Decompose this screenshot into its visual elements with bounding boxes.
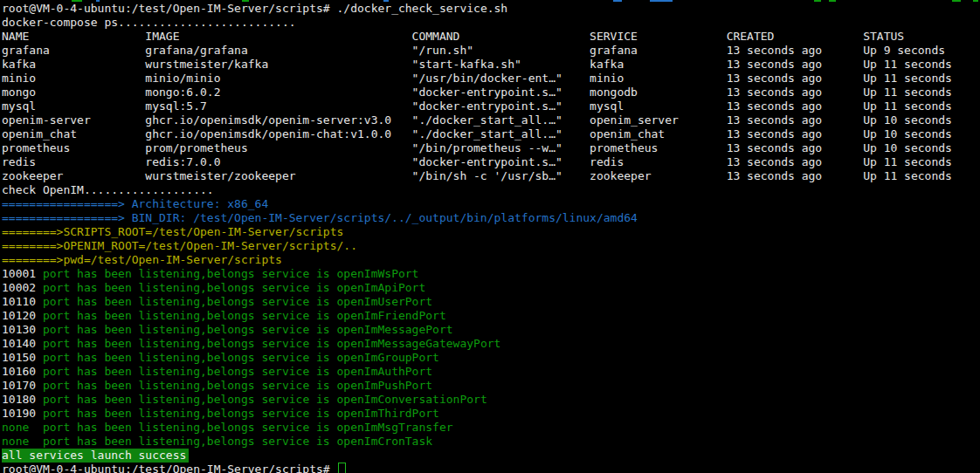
port-status-text: port has been listening,belongs service … xyxy=(43,267,418,280)
port-line: 10170 port has been listening,belongs se… xyxy=(2,379,980,393)
port-line: 10190 port has been listening,belongs se… xyxy=(2,407,980,421)
table-row: mongo mongo:6.0.2 "docker-entrypoint.s…"… xyxy=(2,86,980,99)
clipped-text-fragment xyxy=(952,0,961,2)
container-port-lines: 10001 port has been listening,belongs se… xyxy=(2,267,980,449)
terminal-cursor xyxy=(338,463,346,473)
port-status-text: port has been listening,belongs service … xyxy=(43,435,432,448)
clipped-previous-line xyxy=(2,0,980,2)
clipped-text-fragment xyxy=(973,0,978,2)
typed-command: ./docker_check_service.sh xyxy=(337,2,508,15)
port-line: 10180 port has been listening,belongs se… xyxy=(2,393,980,407)
port-status-text: port has been listening,belongs service … xyxy=(43,379,432,392)
port-number: 10140 xyxy=(2,337,43,350)
info-line: ========>SCRIPTS_ROOT=/test/Open-IM-Serv… xyxy=(2,225,980,239)
port-line: 10002 port has been listening,belongs se… xyxy=(2,281,980,295)
clipped-text-fragment xyxy=(829,0,836,2)
port-status-text: port has been listening,belongs service … xyxy=(43,295,432,308)
success-banner: all services launch success xyxy=(2,449,189,463)
table-row: openim_chat ghcr.io/openimsdk/openim-cha… xyxy=(2,127,980,141)
terminal-screen[interactable]: root@VM-0-4-ubuntu:/test/Open-IM-Server/… xyxy=(0,0,980,473)
port-line: 10140 port has been listening,belongs se… xyxy=(2,337,980,351)
clipped-text-fragment xyxy=(242,0,249,2)
compose-progress-line: docker-compose ps.......................… xyxy=(2,16,980,30)
port-status-text: port has been listening,belongs service … xyxy=(43,337,500,350)
clipped-text-fragment xyxy=(96,0,100,2)
port-number: 10190 xyxy=(2,407,43,420)
port-line: none port has been listening,belongs ser… xyxy=(2,421,980,435)
port-status-text: port has been listening,belongs service … xyxy=(43,421,453,434)
check-openim-line: check OpenIM................... xyxy=(2,183,980,197)
port-line: 10001 port has been listening,belongs se… xyxy=(2,267,980,281)
info-line: ========>OPENIM_ROOT=/test/Open-IM-Serve… xyxy=(2,239,980,253)
table-row: redis redis:7.0.0 "docker-entrypoint.s…"… xyxy=(2,155,980,169)
port-number: 10170 xyxy=(2,379,43,392)
port-number: 10120 xyxy=(2,309,43,322)
port-status-text: port has been listening,belongs service … xyxy=(43,351,439,364)
port-status-text: port has been listening,belongs service … xyxy=(43,407,439,420)
table-row: zookeeper wurstmeister/zookeeper "/bin/s… xyxy=(2,169,980,183)
port-line: 10160 port has been listening,belongs se… xyxy=(2,365,980,379)
clipped-text-fragment xyxy=(72,0,82,2)
port-line: 10120 port has been listening,belongs se… xyxy=(2,309,980,323)
port-line: none port has been listening,belongs ser… xyxy=(2,435,980,449)
table-row: openim-server ghcr.io/openimsdk/openim-s… xyxy=(2,113,980,127)
port-number: 10130 xyxy=(2,323,43,336)
port-status-text: port has been listening,belongs service … xyxy=(43,393,487,406)
final-prompt-line: root@VM-0-4-ubuntu:/test/Open-IM-Server/… xyxy=(2,463,980,473)
port-number: none xyxy=(2,421,43,434)
port-line: 10110 port has been listening,belongs se… xyxy=(2,295,980,309)
container-info-lines: =================> Architecture: x86_64=… xyxy=(2,197,980,267)
port-status-text: port has been listening,belongs service … xyxy=(43,365,432,378)
info-line: =================> BIN_DIR: /test/Open-I… xyxy=(2,211,980,225)
shell-prompt: root@VM-0-4-ubuntu:/test/Open-IM-Server/… xyxy=(2,463,337,473)
clipped-text-fragment xyxy=(383,0,389,2)
port-number: 10160 xyxy=(2,365,43,378)
clipped-text-fragment xyxy=(650,0,673,2)
container-table-rows: grafana grafana/grafana "/run.sh" grafan… xyxy=(2,44,980,183)
port-status-text: port has been listening,belongs service … xyxy=(43,309,446,322)
table-row: kafka wurstmeister/kafka "start-kafka.sh… xyxy=(2,58,980,72)
table-row: prometheus prom/prometheus "/bin/prometh… xyxy=(2,141,980,155)
port-number: 10001 xyxy=(2,267,43,280)
port-number: 10110 xyxy=(2,295,43,308)
success-line: all services launch success xyxy=(2,449,980,463)
clipped-text-fragment xyxy=(613,0,622,2)
port-line: 10130 port has been listening,belongs se… xyxy=(2,323,980,337)
table-row: mysql mysql:5.7 "docker-entrypoint.s…" m… xyxy=(2,99,980,113)
info-line: =================> Architecture: x86_64 xyxy=(2,197,980,211)
port-status-text: port has been listening,belongs service … xyxy=(43,323,453,336)
port-number: 10002 xyxy=(2,281,43,294)
port-status-text: port has been listening,belongs service … xyxy=(43,281,425,294)
port-number: 10180 xyxy=(2,393,43,406)
port-line: 10150 port has been listening,belongs se… xyxy=(2,351,980,365)
table-row: grafana grafana/grafana "/run.sh" grafan… xyxy=(2,44,980,58)
clipped-text-fragment xyxy=(814,0,821,2)
table-header: NAME IMAGE COMMAND SERVICE CREATED STATU… xyxy=(2,30,980,44)
port-number: none xyxy=(2,435,43,448)
shell-prompt: root@VM-0-4-ubuntu:/test/Open-IM-Server/… xyxy=(2,2,337,15)
table-row: minio minio/minio "/usr/bin/docker-ent…"… xyxy=(2,72,980,86)
info-line: ========>pwd=/test/Open-IM-Server/script… xyxy=(2,253,980,267)
port-number: 10150 xyxy=(2,351,43,364)
shell-prompt-line: root@VM-0-4-ubuntu:/test/Open-IM-Server/… xyxy=(2,2,980,16)
